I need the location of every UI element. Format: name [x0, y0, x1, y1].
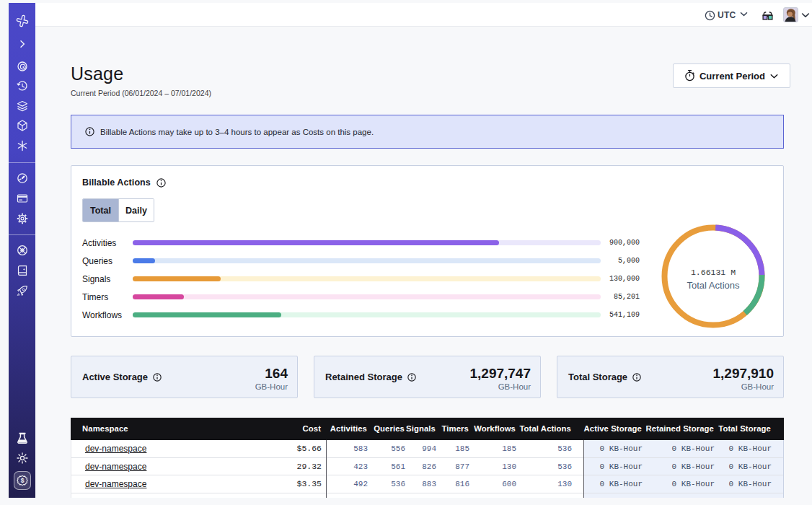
svg-text:$: $ — [20, 477, 24, 484]
